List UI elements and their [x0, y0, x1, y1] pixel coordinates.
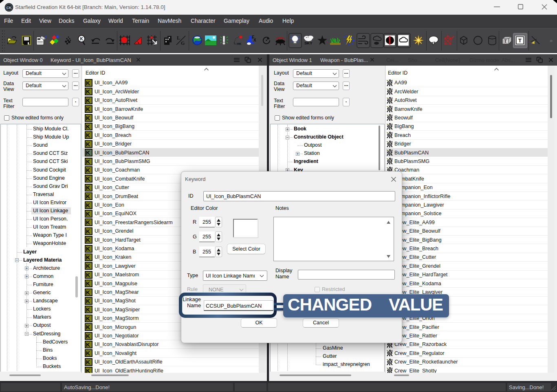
svg-text:K: K: [86, 333, 90, 339]
svg-text:K: K: [86, 115, 90, 121]
svg-text:K: K: [86, 150, 90, 156]
svg-text:K: K: [86, 324, 90, 330]
svg-text:K: K: [86, 272, 90, 278]
svg-text:K: K: [86, 106, 90, 112]
svg-text:K: K: [86, 80, 90, 86]
svg-text:K: K: [86, 359, 90, 366]
svg-text:K: K: [86, 341, 90, 348]
svg-text:K: K: [86, 246, 90, 252]
svg-text:K: K: [86, 350, 90, 357]
svg-text:T: T: [518, 37, 522, 44]
svg-text:CHANGED: CHANGED: [288, 295, 372, 314]
svg-text:K: K: [86, 254, 90, 261]
svg-text:G: G: [181, 40, 185, 46]
svg-text:K: K: [86, 97, 90, 104]
svg-text:K: K: [86, 280, 90, 287]
svg-text:K: K: [86, 263, 90, 269]
svg-text:X: X: [253, 38, 256, 42]
svg-text:K: K: [86, 298, 90, 304]
svg-text:K: K: [86, 289, 90, 296]
svg-text:HK: HK: [237, 42, 242, 46]
svg-text:VALUE: VALUE: [389, 295, 443, 314]
svg-text:K: K: [86, 306, 90, 313]
svg-text:K: K: [86, 123, 90, 130]
svg-text:CK: CK: [7, 6, 12, 10]
svg-text:K: K: [86, 228, 90, 235]
svg-text:K: K: [86, 132, 90, 139]
svg-text:K: K: [86, 237, 90, 243]
svg-text:K: K: [86, 167, 90, 174]
svg-text:K: K: [86, 159, 90, 165]
svg-text:K: K: [86, 185, 90, 191]
svg-text:K: K: [86, 219, 90, 226]
svg-text:L: L: [177, 35, 180, 41]
svg-text:K: K: [86, 193, 90, 200]
svg-text:K: K: [80, 37, 83, 41]
svg-text:T: T: [504, 39, 506, 44]
svg-text:K: K: [86, 176, 90, 182]
svg-text:SKY: SKY: [304, 41, 313, 45]
svg-text:K: K: [86, 141, 90, 148]
svg-text:K: K: [86, 211, 90, 217]
svg-text:K: K: [86, 315, 90, 322]
svg-text:K: K: [86, 88, 90, 95]
svg-text:K: K: [86, 202, 90, 209]
